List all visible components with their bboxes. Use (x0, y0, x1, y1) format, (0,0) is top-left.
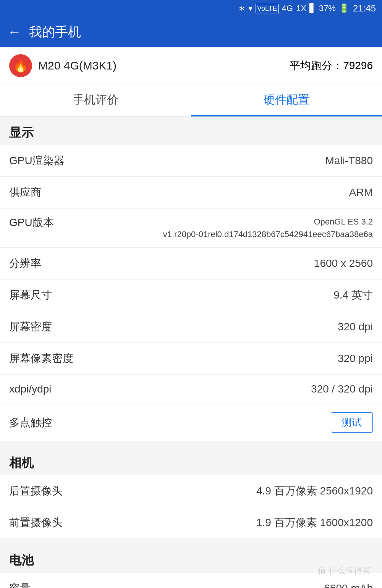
value-vendor: ARM (49, 186, 373, 199)
label-screen-density: 屏幕密度 (9, 320, 52, 334)
test-multitouch-button[interactable]: 测试 (331, 412, 373, 433)
status-icons: ∗ ▾ VoLTE 4G 1X ▋ 37% 🔋 (238, 3, 349, 13)
label-resolution: 分辨率 (9, 256, 41, 271)
section-camera-table: 后置摄像头 4.9 百万像素 2560x1920 前置摄像头 1.9 百万像素 … (0, 475, 382, 538)
section-camera-header: 相机 (0, 447, 382, 475)
section-display-header: 显示 (0, 117, 382, 145)
row-gpu-version: GPU版本 OpenGL ES 3.2 v1.r20p0-01rel0.d174… (0, 208, 382, 248)
bluetooth-icon: ∗ (238, 3, 245, 13)
signal-bars-icon: ▋ (309, 3, 316, 13)
tab-bar: 手机评价 硬件配置 (0, 84, 382, 117)
score-label: 平均跑分： (290, 60, 343, 71)
gap-2 (0, 538, 382, 544)
row-screen-size: 屏幕尺寸 9.4 英寸 (0, 279, 382, 311)
device-name: M20 4G(M3K1) (38, 59, 117, 72)
score-value: 79296 (343, 60, 373, 71)
value-screen-size: 9.4 英寸 (60, 288, 373, 302)
value-front-camera: 1.9 百万像素 1600x1200 (70, 515, 373, 530)
label-gpu-renderer: GPU渲染器 (9, 153, 65, 168)
label-capacity: 容量 (9, 581, 31, 588)
row-gpu-renderer: GPU渲染器 Mali-T880 (0, 145, 382, 177)
value-rear-camera: 4.9 百万像素 2560x1920 (70, 484, 373, 498)
label-multitouch: 多点触控 (9, 415, 52, 430)
signal-4g-icon: 4G (282, 3, 293, 13)
tab-phone-review[interactable]: 手机评价 (0, 84, 191, 116)
device-header: 🔥 M20 4G(M3K1) 平均跑分：79296 (0, 47, 382, 84)
value-capacity: 6600 mAh (38, 582, 373, 588)
label-rear-camera: 后置摄像头 (9, 484, 63, 498)
label-gpu-version: GPU版本 (9, 215, 54, 230)
row-vendor: 供应商 ARM (0, 177, 382, 208)
back-button[interactable]: ← (8, 24, 21, 40)
row-capacity: 容量 6600 mAh (0, 573, 382, 588)
device-score-area: 平均跑分：79296 (290, 58, 373, 73)
value-gpu-renderer: Mali-T880 (72, 155, 373, 167)
signal-1x-icon: 1X (296, 3, 306, 13)
row-multitouch: 多点触控 测试 (0, 404, 382, 441)
section-camera-title: 相机 (9, 456, 34, 470)
section-battery-table: 容量 6600 mAh 技术 Li-ion 电压 3.6 V 电量 37% 温度… (0, 573, 382, 588)
section-display-table: GPU渲染器 Mali-T880 供应商 ARM GPU版本 OpenGL ES… (0, 145, 382, 441)
status-bar: ∗ ▾ VoLTE 4G 1X ▋ 37% 🔋 21:45 (0, 0, 382, 17)
row-screen-density: 屏幕密度 320 dpi (0, 311, 382, 343)
status-time: 21:45 (353, 3, 376, 14)
tab-hardware-config[interactable]: 硬件配置 (191, 84, 382, 116)
value-pixel-density: 320 ppi (81, 352, 373, 365)
value-xdpi-ydpi: 320 / 320 dpi (59, 383, 373, 395)
volte-icon: VoLTE (256, 4, 279, 13)
row-front-camera: 前置摄像头 1.9 百万像素 1600x1200 (0, 507, 382, 538)
wifi-icon: ▾ (248, 3, 253, 13)
section-battery-header: 电池 (0, 544, 382, 573)
page-title: 我的手机 (29, 23, 81, 41)
battery-icon: 🔋 (339, 3, 349, 13)
content-area: 显示 GPU渲染器 Mali-T880 供应商 ARM GPU版本 OpenGL… (0, 117, 382, 588)
label-xdpi-ydpi: xdpi/ydpi (9, 383, 52, 395)
row-xdpi-ydpi: xdpi/ydpi 320 / 320 dpi (0, 375, 382, 404)
gap-1 (0, 441, 382, 447)
row-resolution: 分辨率 1600 x 2560 (0, 248, 382, 279)
device-icon: 🔥 (9, 54, 32, 77)
device-info: 🔥 M20 4G(M3K1) (9, 54, 117, 77)
section-display-title: 显示 (9, 126, 34, 139)
value-screen-density: 320 dpi (60, 321, 373, 333)
label-pixel-density: 屏幕像素密度 (9, 351, 73, 366)
battery-percent: 37% (319, 3, 336, 13)
value-gpu-version: OpenGL ES 3.2 v1.r20p0-01rel0.d174d1328b… (62, 215, 373, 241)
label-front-camera: 前置摄像头 (9, 515, 63, 530)
row-pixel-density: 屏幕像素密度 320 ppi (0, 343, 382, 375)
value-resolution: 1600 x 2560 (49, 257, 373, 270)
label-vendor: 供应商 (9, 185, 41, 200)
label-screen-size: 屏幕尺寸 (9, 288, 52, 302)
section-battery-title: 电池 (9, 553, 34, 567)
fire-icon: 🔥 (13, 58, 28, 73)
row-rear-camera: 后置摄像头 4.9 百万像素 2560x1920 (0, 475, 382, 507)
top-navigation-bar: ← 我的手机 (0, 17, 382, 47)
